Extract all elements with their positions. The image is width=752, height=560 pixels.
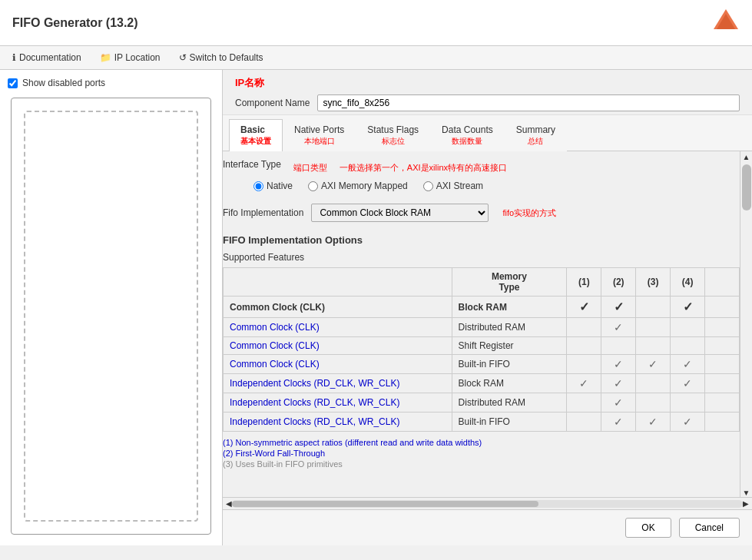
cell-memory: Distributed RAM [452, 393, 567, 413]
scroll-up-arrow[interactable]: ▲ [743, 153, 750, 161]
features-table: MemoryType (1) (2) (3) (4) Common Clock … [223, 267, 740, 432]
cell-col3 [636, 337, 671, 355]
switch-defaults-button[interactable]: ↺ Switch to Defaults [176, 51, 267, 65]
radio-axi-stream[interactable]: AXI Stream [423, 181, 483, 191]
tab-content-area: Interface Type 端口类型 一般选择第一个，AXI是xilinx特有… [223, 151, 740, 497]
cell-col2 [601, 337, 636, 355]
horizontal-scrollbar[interactable]: ◀ ▶ [223, 497, 752, 509]
port-diagram-inner [24, 111, 198, 522]
cell-col1 [567, 355, 601, 374]
tab-native-ports[interactable]: Native Ports 本地端口 [283, 119, 356, 151]
table-row: Common Clock (CLK)Shift Register [224, 337, 740, 355]
table-header-col4: (4) [671, 268, 705, 297]
cell-col4: ✓ [671, 355, 705, 374]
interface-detail-annotation: 一般选择第一个，AXI是xilinx特有的高速接口 [340, 162, 507, 174]
table-header-col1: (1) [567, 268, 601, 297]
vertical-scrollbar[interactable]: ▲ ▼ [740, 151, 752, 497]
toolbar: ℹ Documentation 📁 IP Location ↺ Switch t… [0, 46, 752, 70]
cell-col2: ✓ [601, 318, 636, 337]
cell-col1 [567, 318, 601, 337]
cell-col3 [636, 374, 671, 393]
right-panel-inner: Interface Type 端口类型 一般选择第一个，AXI是xilinx特有… [223, 151, 752, 497]
cancel-button[interactable]: Cancel [679, 518, 740, 538]
cell-col4 [671, 393, 705, 413]
cell-col5 [705, 413, 740, 432]
tab-summary[interactable]: Summary 总结 [505, 119, 567, 151]
cell-clock: Common Clock (CLK) [224, 355, 452, 374]
port-diagram [11, 98, 211, 535]
main-content: Show disabled ports IP名称 Component Name … [0, 70, 752, 545]
footnote-2: (2) First-Word Fall-Through [223, 449, 740, 458]
scroll-right-arrow[interactable]: ▶ [743, 499, 749, 508]
supported-features-title: Supported Features [223, 252, 740, 263]
table-header-col3: (3) [636, 268, 671, 297]
scroll-down-arrow[interactable]: ▼ [743, 489, 750, 497]
documentation-button[interactable]: ℹ Documentation [9, 51, 84, 65]
cell-col2: ✓ [601, 393, 636, 413]
footnote-3: (3) Uses Built-in FIFO primitives [223, 459, 740, 469]
radio-axi-mm-input[interactable] [308, 181, 318, 191]
table-header-clock [224, 268, 452, 297]
table-header-col2: (2) [601, 268, 636, 297]
cell-clock: Independent Clocks (RD_CLK, WR_CLK) [224, 393, 452, 413]
interface-type-label: Interface Type [223, 159, 281, 170]
cell-clock: Common Clock (CLK) [224, 297, 452, 318]
h-scroll-thumb[interactable] [232, 501, 538, 507]
cell-col2: ✓ [601, 355, 636, 374]
radio-native[interactable]: Native [253, 181, 293, 191]
bottom-bar: OK Cancel [223, 509, 752, 545]
cell-memory: Block RAM [452, 297, 567, 318]
info-icon: ℹ [12, 52, 16, 63]
ip-name-annotation: IP名称 [235, 76, 740, 90]
cell-col4: ✓ [671, 297, 705, 318]
tabs-bar: Basic 基本设置 Native Ports 本地端口 Status Flag… [223, 115, 752, 151]
scroll-thumb[interactable] [742, 164, 751, 210]
table-row: Independent Clocks (RD_CLK, WR_CLK)Built… [224, 413, 740, 432]
ip-location-button[interactable]: 📁 IP Location [97, 51, 164, 65]
tab-status-flags[interactable]: Status Flags 标志位 [356, 119, 430, 151]
cell-memory: Block RAM [452, 374, 567, 393]
tab-basic[interactable]: Basic 基本设置 [229, 119, 283, 151]
cell-col4: ✓ [671, 374, 705, 393]
impl-options-section: FIFO Implementation Options Supported Fe… [223, 234, 740, 469]
fifo-annotation: fifo实现的方式 [502, 207, 556, 219]
component-name-input[interactable] [317, 94, 740, 111]
show-disabled-checkbox[interactable] [8, 78, 18, 88]
impl-options-title: FIFO Implementation Options [223, 234, 740, 246]
cell-col3 [636, 393, 671, 413]
table-row: Independent Clocks (RD_CLK, WR_CLK)Block… [224, 374, 740, 393]
cell-memory: Distributed RAM [452, 318, 567, 337]
fifo-impl-select[interactable]: Common Clock Block RAM Common Clock Dist… [311, 204, 489, 222]
radio-native-input[interactable] [253, 181, 263, 191]
footnote-1: (1) Non-symmetric aspect ratios (differe… [223, 438, 740, 447]
title-bar: FIFO Generator (13.2) [0, 0, 752, 46]
table-row: Independent Clocks (RD_CLK, WR_CLK)Distr… [224, 393, 740, 413]
interface-type-annotation: 端口类型 [293, 162, 327, 174]
cell-col4: ✓ [671, 413, 705, 432]
cell-col1: ✓ [567, 374, 601, 393]
tab-data-counts[interactable]: Data Counts 数据数量 [430, 119, 505, 151]
xilinx-logo [712, 8, 740, 38]
table-header-memory: MemoryType [452, 268, 567, 297]
cell-clock: Common Clock (CLK) [224, 318, 452, 337]
interface-type-section: Interface Type 端口类型 一般选择第一个，AXI是xilinx特有… [223, 159, 740, 191]
right-panel-wrapper: IP名称 Component Name Basic 基本设置 Native Po… [223, 70, 752, 545]
app-title: FIFO Generator (13.2) [12, 16, 138, 30]
ok-button[interactable]: OK [625, 518, 671, 538]
cell-col5 [705, 297, 740, 318]
cell-col5 [705, 393, 740, 413]
cell-col5 [705, 355, 740, 374]
cell-col1 [567, 393, 601, 413]
cell-col4 [671, 318, 705, 337]
cell-col1 [567, 337, 601, 355]
table-row: Common Clock (CLK)Distributed RAM✓ [224, 318, 740, 337]
scroll-left-arrow[interactable]: ◀ [226, 499, 232, 508]
cell-memory: Shift Register [452, 337, 567, 355]
radio-group: Native AXI Memory Mapped AXI Stream [253, 181, 740, 191]
fifo-impl-label: Fifo Implementation [223, 207, 303, 218]
radio-axi-stream-input[interactable] [423, 181, 433, 191]
cell-memory: Built-in FIFO [452, 413, 567, 432]
cell-col3 [636, 318, 671, 337]
radio-axi-memory-mapped[interactable]: AXI Memory Mapped [308, 181, 408, 191]
cell-col3: ✓ [636, 355, 671, 374]
